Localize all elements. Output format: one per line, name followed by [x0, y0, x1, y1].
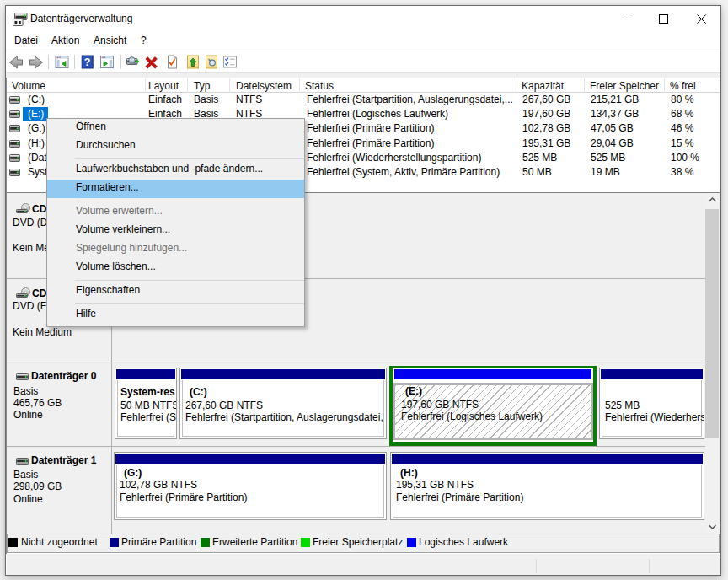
svg-text:?: ? [84, 56, 91, 68]
